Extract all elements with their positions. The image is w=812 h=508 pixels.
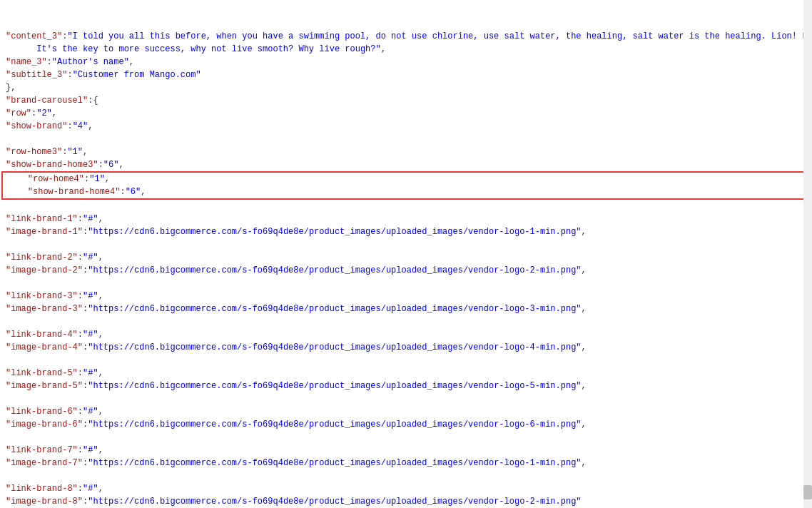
code-line: "link-brand-4":"#",: [0, 328, 812, 341]
code-line-empty: [0, 469, 812, 482]
code-editor: "content_3":"I told you all this before,…: [0, 0, 812, 508]
highlighted-section: "row-home4":"1", "show-brand-home4":"6",: [1, 171, 811, 200]
code-line: "image-brand-8":"https://cdn6.bigcommerc…: [0, 495, 812, 508]
code-line: It's the key to more success, why not li…: [0, 43, 812, 56]
code-line: "link-brand-6":"#",: [0, 405, 812, 418]
code-line: "image-brand-6":"https://cdn6.bigcommerc…: [0, 418, 812, 431]
code-line: "content_3":"I told you all this before,…: [0, 30, 812, 43]
code-line: "link-brand-8":"#",: [0, 482, 812, 495]
code-line: "image-brand-5":"https://cdn6.bigcommerc…: [0, 380, 812, 392]
code-line: "brand-carousel":{: [0, 94, 812, 107]
code-line-empty: [0, 238, 812, 251]
code-line-empty: [0, 392, 812, 405]
code-line-empty: [0, 133, 812, 146]
code-line: },: [0, 81, 812, 94]
code-line: "link-brand-3":"#",: [0, 290, 812, 303]
code-line-empty: [0, 200, 812, 213]
code-line: "show-brand-home4":"6",: [7, 186, 805, 198]
code-line: "image-brand-4":"https://cdn6.bigcommerc…: [0, 341, 812, 354]
code-line: "image-brand-3":"https://cdn6.bigcommerc…: [0, 303, 812, 315]
code-line: "link-brand-7":"#",: [0, 444, 812, 457]
code-line: "image-brand-7":"https://cdn6.bigcommerc…: [0, 457, 812, 469]
code-content: "content_3":"I told you all this before,…: [0, 0, 812, 508]
code-line: "show-brand-home3":"6",: [0, 158, 812, 171]
code-line-empty: [0, 431, 812, 444]
code-line: "subtitle_3":"Customer from Mango.com": [0, 68, 812, 81]
code-line-empty: [0, 277, 812, 290]
code-line-empty: [0, 315, 812, 328]
code-line: "link-brand-5":"#",: [0, 367, 812, 380]
code-line: "row-home4":"1",: [7, 173, 805, 186]
scrollbar-thumb[interactable]: [803, 485, 812, 499]
code-line: "image-brand-2":"https://cdn6.bigcommerc…: [0, 264, 812, 277]
code-line: "row":"2",: [0, 107, 812, 120]
code-line: "show-brand":"4",: [0, 120, 812, 133]
code-line: "link-brand-2":"#",: [0, 251, 812, 264]
code-line: "row-home3":"1",: [0, 146, 812, 158]
code-line: "link-brand-1":"#",: [0, 213, 812, 225]
code-line: "image-brand-1":"https://cdn6.bigcommerc…: [0, 225, 812, 238]
code-line-empty: [0, 354, 812, 367]
code-line: "name_3":"Author's name",: [0, 56, 812, 68]
scrollbar-area[interactable]: [803, 0, 812, 508]
